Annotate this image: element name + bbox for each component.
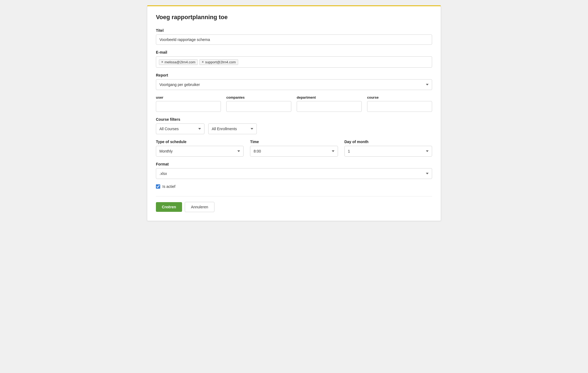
email-tag-2-remove[interactable]: × <box>202 60 204 64</box>
email-tag-2-value: support@2lrn4.com <box>205 60 236 64</box>
buttons-row: Creëren Annuleren <box>156 202 432 212</box>
user-filter: user <box>156 95 221 112</box>
titel-input[interactable] <box>156 34 432 45</box>
course-filter: course <box>367 95 432 112</box>
email-label: E-mail <box>156 50 432 54</box>
course-filters-label: Course filters <box>156 117 432 122</box>
schedule-type-select[interactable]: Monthly Weekly Daily <box>156 146 244 157</box>
email-tag-1-remove[interactable]: × <box>161 60 163 64</box>
schedule-day-select[interactable]: 1 2 3 <box>344 146 432 157</box>
companies-filter-label: companies <box>226 95 291 99</box>
schedule-day-field: Day of month 1 2 3 <box>344 140 432 157</box>
course-filter-label: course <box>367 95 432 99</box>
schedule-row: Type of schedule Monthly Weekly Daily Ti… <box>156 140 432 157</box>
schedule-day-label: Day of month <box>344 140 432 144</box>
format-field-group: Format .xlsx .csv <box>156 162 432 179</box>
department-filter-input[interactable] <box>297 101 362 112</box>
modal-container: Voeg rapportplanning toe Titel E-mail × … <box>147 5 441 221</box>
schedule-type-label: Type of schedule <box>156 140 244 144</box>
is-actief-label[interactable]: Is actief <box>162 184 175 189</box>
schedule-type-field: Type of schedule Monthly Weekly Daily <box>156 140 244 157</box>
user-filter-label: user <box>156 95 221 99</box>
email-field-group: E-mail × melissa@2lrn4.com × support@2lr… <box>156 50 432 68</box>
companies-filter-input[interactable] <box>226 101 291 112</box>
titel-label: Titel <box>156 28 432 33</box>
divider <box>156 196 432 196</box>
department-filter-label: department <box>297 95 362 99</box>
report-select[interactable]: Voortgang per gebruiker <box>156 79 432 90</box>
email-tags-container[interactable]: × melissa@2lrn4.com × support@2lrn4.com <box>156 56 432 68</box>
schedule-time-field: Time 8:00 9:00 10:00 <box>250 140 338 157</box>
companies-filter: companies <box>226 95 291 112</box>
course-filters-group: Course filters All Courses All Enrollmen… <box>156 117 432 134</box>
course-filter-select-2[interactable]: All Enrollments <box>208 123 257 134</box>
schedule-time-label: Time <box>250 140 338 144</box>
report-field-group: Report Voortgang per gebruiker <box>156 73 432 90</box>
format-label: Format <box>156 162 432 166</box>
course-filters-row: All Courses All Enrollments <box>156 123 432 134</box>
schedule-time-select[interactable]: 8:00 9:00 10:00 <box>250 146 338 157</box>
email-tag-2: × support@2lrn4.com <box>199 59 238 65</box>
report-label: Report <box>156 73 432 77</box>
is-actief-checkbox[interactable] <box>156 184 160 189</box>
create-button[interactable]: Creëren <box>156 202 182 212</box>
course-filter-input[interactable] <box>367 101 432 112</box>
email-tag-1: × melissa@2lrn4.com <box>159 59 198 65</box>
page-title: Voeg rapportplanning toe <box>156 14 432 21</box>
is-actief-row: Is actief <box>156 184 432 189</box>
department-filter: department <box>297 95 362 112</box>
email-tag-1-value: melissa@2lrn4.com <box>165 60 195 64</box>
filters-row: user companies department course <box>156 95 432 112</box>
format-select[interactable]: .xlsx .csv <box>156 168 432 179</box>
titel-field-group: Titel <box>156 28 432 45</box>
user-filter-input[interactable] <box>156 101 221 112</box>
course-filter-select-1[interactable]: All Courses <box>156 123 204 134</box>
cancel-button[interactable]: Annuleren <box>185 202 214 212</box>
